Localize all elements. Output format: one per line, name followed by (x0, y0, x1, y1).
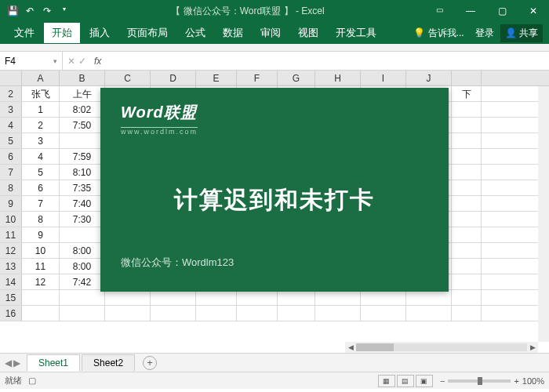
tab-pagelayout[interactable]: 页面布局 (119, 23, 176, 43)
cell[interactable] (237, 306, 278, 321)
cell[interactable] (452, 149, 482, 164)
horizontal-scrollbar[interactable]: ◀ ▶ (345, 342, 538, 353)
cell[interactable] (278, 306, 315, 321)
cell[interactable]: 6 (22, 180, 60, 195)
cell[interactable] (452, 133, 482, 148)
cell[interactable] (361, 306, 406, 321)
row-header[interactable]: 14 (0, 274, 22, 289)
cancel-icon[interactable]: ✕ (67, 56, 75, 67)
qat-customize-icon[interactable]: ▾ (56, 5, 72, 16)
cell[interactable]: 7:50 (60, 118, 105, 132)
redo-icon[interactable]: ↷ (39, 5, 55, 16)
row-header[interactable]: 3 (0, 102, 22, 117)
ribbon-options-icon[interactable]: ▭ (424, 5, 455, 16)
name-box[interactable]: F4 (0, 52, 63, 70)
cell[interactable] (452, 196, 482, 211)
cell[interactable] (315, 306, 361, 321)
select-all-corner[interactable] (0, 71, 22, 85)
cell[interactable]: 4 (22, 149, 60, 164)
row-header[interactable]: 2 (0, 86, 22, 101)
maximize-icon[interactable]: ▢ (486, 5, 518, 16)
cell[interactable] (452, 290, 482, 305)
col-header-H[interactable]: H (315, 71, 361, 85)
sheet-tab-1[interactable]: Sheet1 (27, 354, 80, 372)
cell[interactable]: 7:42 (60, 274, 105, 289)
row-header[interactable]: 8 (0, 180, 22, 195)
tab-data[interactable]: 数据 (215, 23, 251, 43)
cell[interactable] (452, 274, 482, 289)
row-header[interactable]: 5 (0, 133, 22, 148)
row-header[interactable]: 10 (0, 212, 22, 227)
cell[interactable]: 下 (452, 86, 482, 101)
cell[interactable]: 8:00 (60, 243, 105, 258)
cell[interactable]: 8:02 (60, 102, 105, 117)
cell[interactable] (22, 290, 60, 305)
minimize-icon[interactable]: — (455, 5, 486, 16)
cell[interactable]: 上午 (60, 86, 105, 101)
cell[interactable]: 7 (22, 196, 60, 211)
view-normal-icon[interactable]: ▦ (378, 375, 395, 387)
cell[interactable] (196, 306, 237, 321)
cell[interactable] (60, 133, 105, 148)
col-header-B[interactable]: B (60, 71, 105, 85)
cell[interactable]: 8:10 (60, 165, 105, 180)
save-icon[interactable]: 💾 (5, 5, 20, 16)
undo-icon[interactable]: ↶ (22, 5, 38, 16)
cell[interactable] (60, 306, 105, 321)
scroll-thumb[interactable] (356, 343, 394, 351)
cell[interactable] (151, 290, 196, 305)
col-header-A[interactable]: A (22, 71, 60, 85)
cell[interactable]: 3 (22, 133, 60, 148)
cell[interactable] (452, 212, 482, 227)
add-sheet-button[interactable]: + (143, 356, 157, 370)
cell[interactable] (406, 290, 452, 305)
sheet-nav-prev-icon[interactable]: ◀ (5, 358, 12, 368)
col-header-G[interactable]: G (278, 71, 315, 85)
cell[interactable]: 7:40 (60, 196, 105, 211)
cell[interactable] (452, 243, 482, 258)
zoom-slider[interactable] (448, 379, 511, 383)
cell[interactable]: 张飞 (22, 86, 60, 101)
cell[interactable] (452, 227, 482, 242)
row-header[interactable]: 12 (0, 243, 22, 258)
tab-dev[interactable]: 开发工具 (328, 23, 384, 43)
formula-input[interactable] (104, 52, 549, 70)
cell[interactable] (105, 290, 151, 305)
cell[interactable] (278, 290, 315, 305)
cell[interactable]: 8:00 (60, 259, 105, 274)
cell[interactable]: 9 (22, 227, 60, 242)
scroll-left-icon[interactable]: ◀ (345, 343, 356, 351)
fx-icon[interactable]: fx (91, 56, 104, 67)
cell[interactable]: 7:30 (60, 212, 105, 227)
view-pagelayout-icon[interactable]: ▤ (397, 375, 414, 387)
tab-review[interactable]: 审阅 (253, 23, 289, 43)
view-pagebreak-icon[interactable]: ▣ (416, 375, 433, 387)
sheet-nav-next-icon[interactable]: ▶ (13, 358, 20, 368)
cell[interactable] (452, 259, 482, 274)
cell[interactable] (105, 306, 151, 321)
tab-file[interactable]: 文件 (6, 23, 42, 43)
cell[interactable] (60, 227, 105, 242)
spreadsheet-grid[interactable]: ABCDEFGHIJ 2张飞上午上班情况下318:020427:50953647… (0, 71, 549, 353)
cell[interactable]: 7:59 (60, 149, 105, 164)
scroll-right-icon[interactable]: ▶ (527, 343, 538, 351)
col-header-J[interactable]: J (406, 71, 452, 85)
tell-me[interactable]: 💡 告诉我... (409, 25, 468, 42)
cell[interactable]: 2 (22, 118, 60, 132)
macro-record-icon[interactable]: ▢ (28, 376, 36, 386)
row-header[interactable]: 16 (0, 306, 22, 321)
cell[interactable] (452, 118, 482, 132)
cell[interactable] (361, 290, 406, 305)
cell[interactable]: 5 (22, 165, 60, 180)
col-header-C[interactable]: C (105, 71, 151, 85)
login-button[interactable]: 登录 (471, 25, 499, 42)
cell[interactable] (452, 165, 482, 180)
col-header-E[interactable]: E (196, 71, 237, 85)
row-header[interactable]: 11 (0, 227, 22, 242)
zoom-out-icon[interactable]: − (440, 376, 445, 386)
cell[interactable]: 10 (22, 243, 60, 258)
tab-insert[interactable]: 插入 (82, 23, 118, 43)
close-icon[interactable]: ✕ (518, 5, 549, 16)
tab-formula[interactable]: 公式 (177, 23, 213, 43)
cell[interactable]: 1 (22, 102, 60, 117)
